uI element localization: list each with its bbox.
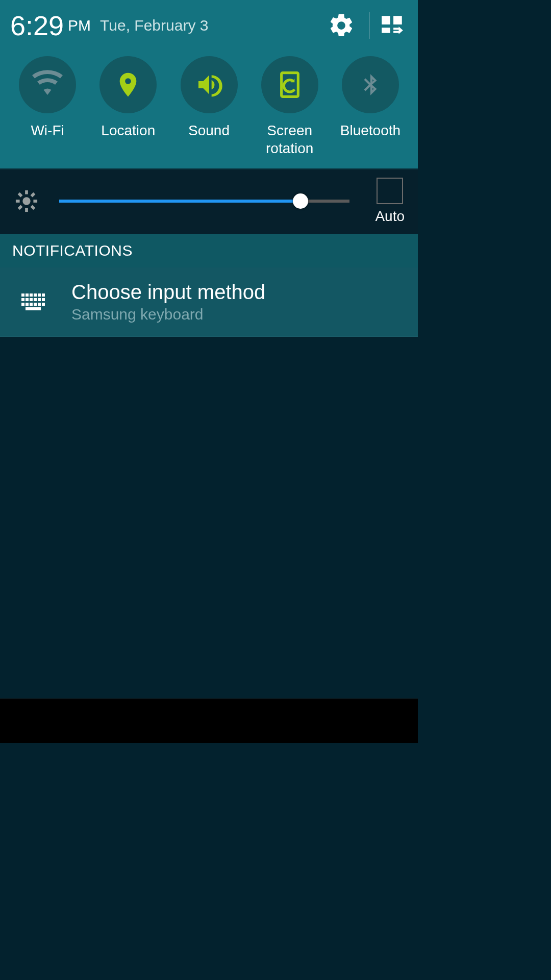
- empty-area: [0, 337, 418, 698]
- auto-brightness-label: Auto: [375, 208, 405, 225]
- settings-button[interactable]: [326, 10, 357, 41]
- svg-rect-26: [26, 303, 29, 306]
- screen-rotation-icon: [276, 70, 304, 99]
- grid-icon: [380, 13, 405, 38]
- wifi-toggle[interactable]: Wi-Fi: [7, 56, 88, 157]
- keyboard-icon: [18, 287, 49, 317]
- notifications-section-header: NOTIFICATIONS: [0, 234, 418, 267]
- svg-rect-18: [42, 293, 45, 297]
- svg-rect-17: [38, 293, 41, 297]
- sound-icon: [195, 70, 223, 99]
- clock-ampm: PM: [68, 17, 91, 34]
- wifi-label: Wi-Fi: [31, 121, 64, 139]
- location-label: Location: [101, 121, 155, 139]
- svg-rect-1: [393, 16, 402, 24]
- screen-rotation-toggle[interactable]: Screen rotation: [249, 56, 330, 157]
- brightness-slider[interactable]: [59, 191, 349, 211]
- svg-rect-24: [42, 298, 45, 301]
- notification-item[interactable]: Choose input method Samsung keyboard: [0, 267, 418, 337]
- notification-subtitle: Samsung keyboard: [71, 306, 265, 323]
- brightness-row: Auto: [0, 168, 418, 234]
- svg-line-12: [32, 193, 35, 197]
- bluetooth-toggle[interactable]: Bluetooth: [330, 56, 411, 157]
- svg-point-4: [22, 197, 30, 205]
- quick-panel-edit-button[interactable]: [377, 10, 408, 41]
- navigation-bar[interactable]: [0, 698, 418, 743]
- clock-date: Tue, February 3: [100, 17, 208, 34]
- svg-rect-29: [38, 303, 41, 306]
- svg-rect-30: [42, 303, 45, 306]
- bluetooth-label: Bluetooth: [340, 121, 400, 139]
- notification-title: Choose input method: [71, 281, 265, 304]
- sound-label: Sound: [188, 121, 230, 139]
- wifi-icon: [32, 69, 63, 100]
- location-icon: [114, 70, 142, 99]
- svg-rect-28: [34, 303, 37, 306]
- svg-rect-23: [38, 298, 41, 301]
- svg-rect-25: [21, 303, 24, 306]
- screen-rotation-label: Screen rotation: [266, 121, 313, 157]
- auto-brightness-checkbox[interactable]: [377, 178, 403, 204]
- svg-line-9: [19, 193, 22, 197]
- brightness-slider-fill: [59, 200, 300, 203]
- svg-rect-31: [26, 307, 41, 310]
- svg-rect-14: [26, 293, 29, 297]
- clock-time: 6:29: [10, 12, 64, 39]
- svg-line-11: [19, 206, 22, 209]
- svg-rect-21: [30, 298, 33, 301]
- svg-rect-16: [34, 293, 37, 297]
- svg-rect-22: [34, 298, 37, 301]
- brightness-settings-button[interactable]: [13, 188, 40, 214]
- svg-rect-20: [26, 298, 29, 301]
- svg-rect-27: [30, 303, 33, 306]
- svg-rect-13: [21, 293, 24, 297]
- quick-toggles-row: Wi-Fi Location Sound: [0, 51, 418, 168]
- svg-rect-0: [382, 16, 390, 24]
- svg-rect-15: [30, 293, 33, 297]
- gear-icon: [328, 12, 355, 39]
- brightness-slider-thumb[interactable]: [293, 193, 308, 209]
- location-toggle[interactable]: Location: [88, 56, 168, 157]
- bluetooth-icon: [358, 72, 383, 97]
- header-divider: [369, 12, 370, 39]
- status-header: 6:29 PM Tue, February 3: [0, 0, 418, 51]
- svg-rect-19: [21, 298, 24, 301]
- svg-rect-2: [382, 28, 390, 33]
- sound-toggle[interactable]: Sound: [168, 56, 249, 157]
- svg-line-10: [32, 206, 35, 209]
- brightness-gear-icon: [15, 189, 38, 213]
